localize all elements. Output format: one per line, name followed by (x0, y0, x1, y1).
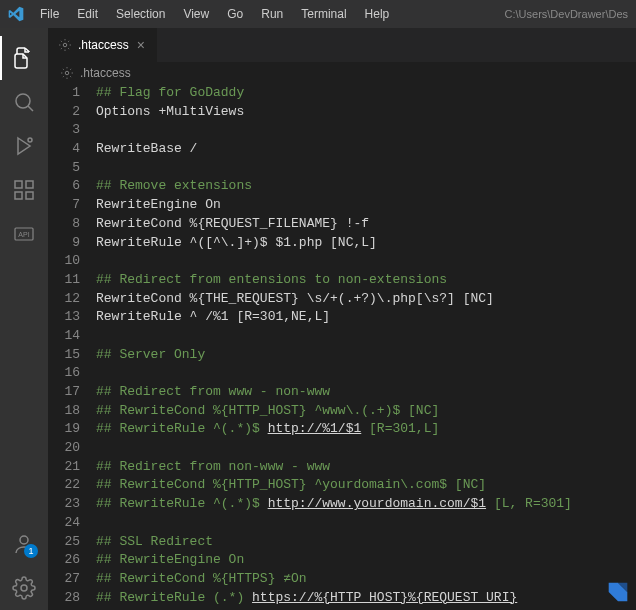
editor[interactable]: 1234567891011121314151617181920212223242… (48, 84, 636, 610)
svg-text:API: API (18, 231, 29, 238)
code-line[interactable]: RewriteCond %{THE_REQUEST} \s/+(.+?)\.ph… (96, 290, 636, 309)
line-number: 25 (48, 533, 80, 552)
menu-edit[interactable]: Edit (69, 3, 106, 25)
svg-point-11 (21, 585, 27, 591)
code-line[interactable]: ## Redirect from entensions to non-exten… (96, 271, 636, 290)
tab-bar: .htaccess × (48, 28, 636, 62)
accounts-tab[interactable]: 1 (0, 522, 48, 566)
run-debug-tab[interactable] (0, 124, 48, 168)
line-number: 20 (48, 439, 80, 458)
line-number: 9 (48, 234, 80, 253)
search-icon (12, 90, 36, 114)
menu-terminal[interactable]: Terminal (293, 3, 354, 25)
api-icon: API (12, 222, 36, 246)
line-number: 26 (48, 551, 80, 570)
line-number: 2 (48, 103, 80, 122)
settings-tab[interactable] (0, 566, 48, 610)
svg-line-1 (28, 106, 33, 111)
breadcrumb-file: .htaccess (80, 66, 131, 80)
line-number: 23 (48, 495, 80, 514)
code-line[interactable]: ## Remove extensions (96, 177, 636, 196)
line-number: 18 (48, 402, 80, 421)
code-line[interactable]: RewriteCond %{REQUEST_FILENAME} !-f (96, 215, 636, 234)
code-line[interactable]: RewriteRule ^([^\.]+)$ $1.php [NC,L] (96, 234, 636, 253)
url-link[interactable]: https://%{HTTP_HOST}%{REQUEST_URI} (252, 590, 517, 605)
gear-icon (58, 38, 72, 52)
code-line[interactable]: ## RewriteCond %{HTTP_HOST} ^www\.(.+)$ … (96, 402, 636, 421)
code-line[interactable] (96, 159, 636, 178)
code-line[interactable]: ## Redirect from www - non-www (96, 383, 636, 402)
code-line[interactable]: ## Flag for GoDaddy (96, 84, 636, 103)
line-numbers: 1234567891011121314151617181920212223242… (48, 84, 96, 610)
line-number: 12 (48, 290, 80, 309)
line-number: 27 (48, 570, 80, 589)
line-number: 3 (48, 121, 80, 140)
line-number: 5 (48, 159, 80, 178)
line-number: 4 (48, 140, 80, 159)
svg-rect-7 (26, 192, 33, 199)
url-link[interactable]: http://www.yourdomain.com/$1 (268, 496, 486, 511)
svg-point-0 (16, 94, 30, 108)
line-number: 14 (48, 327, 80, 346)
line-number: 24 (48, 514, 80, 533)
window-title-path: C:\Users\DevDrawer\Des (505, 8, 628, 20)
line-number: 21 (48, 458, 80, 477)
breadcrumbs[interactable]: .htaccess (48, 62, 636, 84)
menu-help[interactable]: Help (357, 3, 398, 25)
menu-view[interactable]: View (175, 3, 217, 25)
line-number: 6 (48, 177, 80, 196)
menu-file[interactable]: File (32, 3, 67, 25)
menu-go[interactable]: Go (219, 3, 251, 25)
editor-area: .htaccess × .htaccess 123456789101112131… (48, 28, 636, 610)
code-line[interactable]: ## RewriteCond %{HTTP_HOST} ^yourdomain\… (96, 476, 636, 495)
menu-run[interactable]: Run (253, 3, 291, 25)
menu-selection[interactable]: Selection (108, 3, 173, 25)
svg-point-10 (20, 536, 28, 544)
extensions-tab[interactable] (0, 168, 48, 212)
code-line[interactable]: ## RewriteCond %{HTTPS} ≠On (96, 570, 636, 589)
code-line[interactable] (96, 514, 636, 533)
code-line[interactable]: RewriteRule ^ /%1 [R=301,NE,L] (96, 308, 636, 327)
extensions-icon (12, 178, 36, 202)
search-tab[interactable] (0, 80, 48, 124)
code-line[interactable]: ## RewriteRule ^(.*)$ http://www.yourdom… (96, 495, 636, 514)
code-line[interactable]: ## SSL Redirect (96, 533, 636, 552)
watermark-logo-icon (604, 578, 632, 606)
line-number: 7 (48, 196, 80, 215)
code-line[interactable] (96, 439, 636, 458)
line-number: 1 (48, 84, 80, 103)
line-number: 28 (48, 589, 80, 608)
accounts-badge: 1 (24, 544, 38, 558)
line-number: 8 (48, 215, 80, 234)
files-icon (12, 46, 36, 70)
svg-point-12 (63, 43, 67, 47)
explorer-tab[interactable] (0, 36, 48, 80)
code-line[interactable]: RewriteEngine On (96, 196, 636, 215)
code-line[interactable] (96, 121, 636, 140)
menubar: File Edit Selection View Go Run Terminal… (32, 3, 397, 25)
line-number: 10 (48, 252, 80, 271)
code-line[interactable]: ## RewriteRule (.*) https://%{HTTP_HOST}… (96, 589, 636, 608)
code-content[interactable]: ## Flag for GoDaddyOptions +MultiViewsRe… (96, 84, 636, 610)
code-line[interactable] (96, 252, 636, 271)
code-line[interactable]: ## RewriteRule ^(.*)$ http://%1/$1 [R=30… (96, 420, 636, 439)
code-line[interactable] (96, 364, 636, 383)
line-number: 15 (48, 346, 80, 365)
code-line[interactable]: ## Server Only (96, 346, 636, 365)
code-line[interactable]: ## Redirect from non-www - www (96, 458, 636, 477)
code-line[interactable]: Options +MultiViews (96, 103, 636, 122)
line-number: 16 (48, 364, 80, 383)
url-link[interactable]: http://%1/$1 (268, 421, 362, 436)
gear-icon (60, 66, 74, 80)
svg-rect-4 (15, 181, 22, 188)
code-line[interactable]: ## RewriteEngine On (96, 551, 636, 570)
line-number: 22 (48, 476, 80, 495)
gear-icon (12, 576, 36, 600)
code-line[interactable]: RewriteBase / (96, 140, 636, 159)
close-icon[interactable]: × (135, 37, 147, 53)
activity-bar: API 1 (0, 28, 48, 610)
api-tab[interactable]: API (0, 212, 48, 256)
code-line[interactable] (96, 327, 636, 346)
tab-htaccess[interactable]: .htaccess × (48, 28, 158, 62)
line-number: 13 (48, 308, 80, 327)
